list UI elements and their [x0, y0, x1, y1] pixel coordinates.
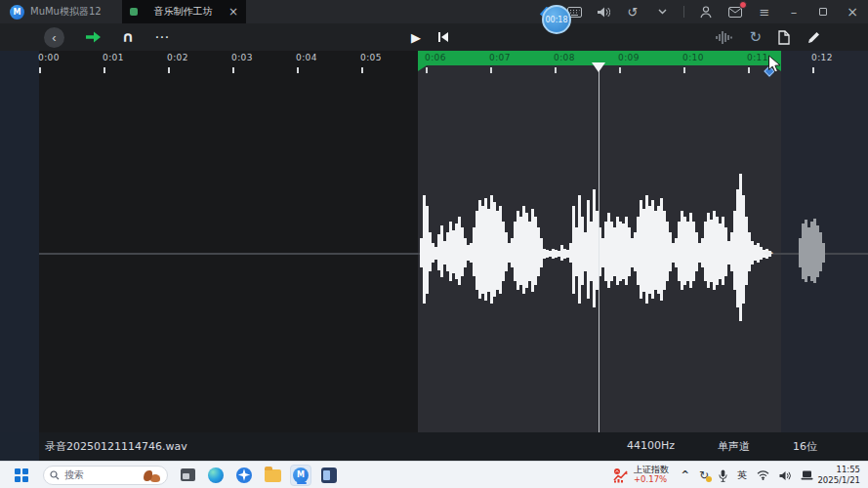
tab-app-icon [130, 8, 138, 16]
timeline-label: 0:10 [682, 53, 704, 62]
undo-icon[interactable]: ↺ [625, 4, 641, 20]
mail-icon[interactable] [727, 4, 743, 20]
recording-time-badge[interactable]: 00:18 [542, 5, 571, 34]
file-explorer-icon[interactable] [262, 465, 283, 486]
timeline-label: 0:05 [360, 53, 382, 62]
timeline-label: 0:00 [38, 53, 60, 62]
pinned-apps: M [177, 465, 340, 486]
system-tray: ^ ↻ 英 [682, 462, 813, 488]
back-button[interactable]: ‹ [44, 27, 64, 48]
mumu-app-icon[interactable]: M [290, 465, 311, 486]
stock-chart-icon [613, 468, 629, 483]
refresh-icon[interactable]: ↻ [749, 30, 762, 45]
post-audio-zone [781, 51, 868, 432]
audio-properties: 44100Hz 单声道 16位 [627, 439, 868, 454]
app-brand: M MuMu模拟器12 [0, 5, 122, 20]
waveform-view-icon[interactable] [716, 30, 732, 45]
taskbar-clock[interactable]: 11:55 2025/1/21 [817, 465, 860, 486]
left-rail [0, 51, 39, 432]
player-window-icon[interactable] [318, 465, 340, 486]
timeline-label: 0:11 [747, 53, 768, 62]
transport-controls: ▶ [411, 23, 449, 51]
timeline-tick [748, 67, 750, 73]
timeline-tick [297, 67, 299, 73]
forward-arrow-icon[interactable] [85, 30, 102, 44]
new-file-icon[interactable] [778, 30, 790, 45]
more-options-icon[interactable]: ⋯ [154, 30, 169, 45]
sync-status-dot [706, 476, 712, 482]
titlebar-divider [683, 6, 684, 18]
sample-rate: 44100Hz [627, 439, 675, 454]
task-view-icon[interactable] [177, 465, 198, 486]
timeline-tick [683, 67, 685, 73]
timeline-tick [361, 67, 363, 73]
mumu-logo-icon: M [10, 5, 24, 20]
app-tab[interactable]: 音乐制作工坊 × [122, 0, 246, 23]
editor-toolbar: ‹ ∩ ⋯ ▶ ↻ [0, 23, 868, 51]
taskbar-search-box[interactable]: 搜索 [43, 466, 168, 485]
wifi-icon[interactable] [757, 470, 769, 480]
waveform-bar [822, 243, 825, 263]
timeline-label: 0:09 [618, 53, 640, 62]
timeline-tick [103, 67, 105, 73]
playhead-line[interactable] [599, 68, 599, 432]
timeline-label: 0:06 [425, 53, 446, 62]
timeline-label: 0:03 [231, 53, 253, 62]
windows-taskbar: 搜索 M 上证指数 +0.17% ^ ↻ 英 [0, 461, 868, 488]
minimize-icon[interactable]: – [786, 4, 802, 20]
skip-to-start-button[interactable] [437, 31, 449, 43]
mail-notification-badge [739, 1, 747, 9]
timeline-tick [39, 67, 41, 73]
device-icon[interactable] [801, 470, 813, 480]
titlebar-actions: ↺ ≡ – × [537, 0, 860, 23]
timeline-label: 0:02 [167, 53, 188, 62]
tab-close-icon[interactable]: × [228, 6, 238, 18]
audio-filename: 录音20250121114746.wav [45, 439, 187, 454]
pencil-edit-icon[interactable] [806, 30, 821, 45]
speaker-icon[interactable] [779, 470, 791, 481]
timeline-label: 0:04 [296, 53, 317, 62]
timeline-label: 0:01 [103, 53, 124, 62]
user-icon[interactable] [698, 4, 714, 20]
timeline-label: 0:12 [811, 53, 833, 62]
squirrel-widget-icon[interactable] [144, 468, 161, 482]
chevron-down-icon[interactable] [654, 4, 670, 20]
sync-icon[interactable]: ↻ [699, 469, 709, 481]
toolbar-right-group: ↻ [716, 23, 821, 51]
statusbar: 录音20250121114746.wav 44100Hz 单声道 16位 [0, 432, 868, 461]
timeline-tick [619, 67, 621, 73]
edge-browser-icon[interactable] [205, 465, 227, 486]
statusbar-left-rail [0, 432, 39, 461]
play-button[interactable]: ▶ [411, 31, 421, 44]
menu-icon[interactable]: ≡ [757, 4, 772, 20]
timeline-tick [426, 67, 428, 73]
mouse-cursor [767, 55, 783, 78]
clock-date: 2025/1/21 [817, 475, 860, 486]
close-icon[interactable]: × [845, 4, 860, 20]
bit-depth: 16位 [793, 439, 817, 454]
toolbar-left-group: ‹ ∩ ⋯ [44, 23, 169, 51]
stock-ticker-widget[interactable]: 上证指数 +0.17% [613, 462, 669, 488]
search-placeholder: 搜索 [64, 468, 139, 482]
headphones-icon[interactable]: ∩ [122, 30, 134, 45]
titlebar: M MuMu模拟器12 音乐制作工坊 × ↺ [0, 0, 868, 23]
timeline-tick [168, 67, 170, 73]
timeline-tick [490, 67, 492, 73]
input-language-indicator[interactable]: 英 [737, 470, 747, 480]
compass-browser-icon[interactable] [233, 465, 255, 486]
timeline-tick [555, 67, 557, 73]
timeline-label: 0:07 [489, 53, 511, 62]
channel-mode: 单声道 [718, 439, 750, 454]
timeline-tick [812, 67, 814, 73]
audio-end-handle[interactable]: ◀▶ [764, 249, 772, 257]
start-button-icon[interactable] [15, 468, 28, 482]
search-icon [50, 470, 60, 480]
maximize-icon[interactable] [815, 4, 831, 20]
microphone-icon[interactable] [719, 469, 727, 482]
waveform-editor[interactable]: 0:000:010:020:030:040:050:060:070:080:09… [0, 51, 868, 432]
tray-expand-icon[interactable]: ^ [682, 470, 689, 480]
playhead-marker[interactable] [592, 62, 605, 72]
mumu-emulator-window: M MuMu模拟器12 音乐制作工坊 × ↺ [0, 0, 868, 488]
volume-icon[interactable] [596, 4, 611, 20]
timeline-label: 0:08 [554, 53, 575, 62]
